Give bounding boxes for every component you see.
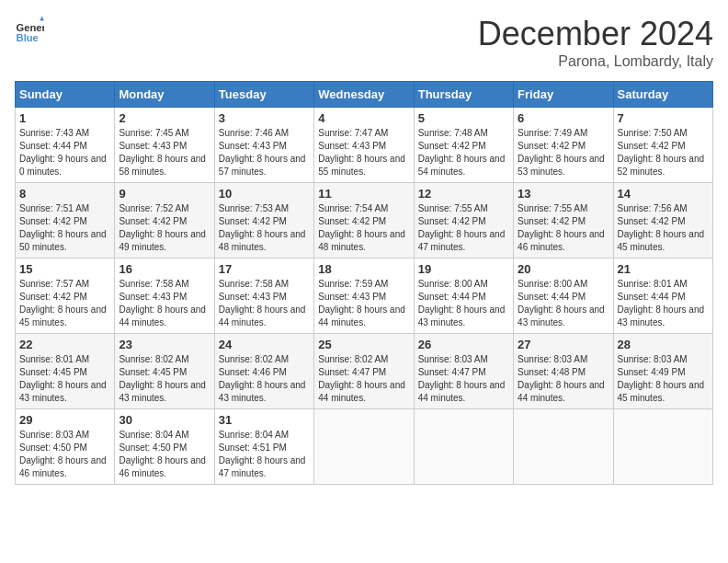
day-info: Sunrise: 8:03 AMSunset: 4:49 PMDaylight:… (618, 353, 709, 405)
day-cell: 16Sunrise: 7:58 AMSunset: 4:43 PMDayligh… (115, 259, 214, 334)
day-cell (613, 409, 712, 485)
day-info: Sunrise: 7:46 AMSunset: 4:43 PMDaylight:… (219, 127, 310, 178)
day-info: Sunrise: 7:56 AMSunset: 4:42 PMDaylight:… (618, 202, 709, 254)
day-cell: 8Sunrise: 7:51 AMSunset: 4:42 PMDaylight… (16, 183, 115, 259)
day-number: 31 (219, 413, 310, 427)
weekday-tuesday: Tuesday (214, 82, 313, 108)
day-number: 1 (19, 111, 110, 125)
title-area: December 2024 Parona, Lombardy, Italy (478, 15, 713, 70)
day-info: Sunrise: 7:58 AMSunset: 4:43 PMDaylight:… (219, 278, 310, 329)
day-cell: 14Sunrise: 7:56 AMSunset: 4:42 PMDayligh… (613, 183, 712, 259)
day-info: Sunrise: 7:54 AMSunset: 4:42 PMDaylight:… (318, 202, 409, 254)
day-number: 2 (119, 111, 210, 125)
week-row-2: 8Sunrise: 7:51 AMSunset: 4:42 PMDaylight… (16, 183, 713, 259)
day-cell: 22Sunrise: 8:01 AMSunset: 4:45 PMDayligh… (16, 334, 115, 409)
calendar-body: 1Sunrise: 7:43 AMSunset: 4:44 PMDaylight… (16, 108, 713, 485)
day-number: 21 (618, 262, 709, 276)
day-cell: 6Sunrise: 7:49 AMSunset: 4:42 PMDaylight… (514, 108, 613, 183)
day-number: 20 (518, 262, 609, 276)
weekday-friday: Friday (514, 82, 613, 108)
day-number: 29 (19, 413, 110, 427)
day-cell: 31Sunrise: 8:04 AMSunset: 4:51 PMDayligh… (214, 409, 313, 485)
day-info: Sunrise: 7:55 AMSunset: 4:42 PMDaylight:… (518, 202, 609, 254)
day-number: 7 (618, 111, 709, 125)
day-cell: 21Sunrise: 8:01 AMSunset: 4:44 PMDayligh… (613, 259, 712, 334)
day-info: Sunrise: 8:03 AMSunset: 4:50 PMDaylight:… (19, 429, 110, 480)
week-row-1: 1Sunrise: 7:43 AMSunset: 4:44 PMDaylight… (16, 108, 713, 183)
week-row-5: 29Sunrise: 8:03 AMSunset: 4:50 PMDayligh… (16, 409, 713, 485)
weekday-thursday: Thursday (414, 82, 513, 108)
day-cell: 9Sunrise: 7:52 AMSunset: 4:42 PMDaylight… (115, 183, 214, 259)
day-number: 4 (318, 111, 409, 125)
day-info: Sunrise: 8:02 AMSunset: 4:46 PMDaylight:… (219, 353, 310, 405)
day-number: 5 (418, 111, 509, 125)
weekday-monday: Monday (115, 82, 214, 108)
day-info: Sunrise: 7:51 AMSunset: 4:42 PMDaylight:… (19, 202, 110, 254)
day-info: Sunrise: 7:43 AMSunset: 4:44 PMDaylight:… (19, 127, 110, 178)
day-cell: 5Sunrise: 7:48 AMSunset: 4:42 PMDaylight… (414, 108, 513, 183)
day-cell: 27Sunrise: 8:03 AMSunset: 4:48 PMDayligh… (514, 334, 613, 409)
week-row-3: 15Sunrise: 7:57 AMSunset: 4:42 PMDayligh… (16, 259, 713, 334)
day-number: 6 (518, 111, 609, 125)
day-number: 19 (418, 262, 509, 276)
day-cell: 28Sunrise: 8:03 AMSunset: 4:49 PMDayligh… (613, 334, 712, 409)
day-info: Sunrise: 7:58 AMSunset: 4:43 PMDaylight:… (119, 278, 210, 329)
day-info: Sunrise: 8:02 AMSunset: 4:47 PMDaylight:… (318, 353, 409, 405)
day-info: Sunrise: 7:55 AMSunset: 4:42 PMDaylight:… (418, 202, 509, 254)
week-row-4: 22Sunrise: 8:01 AMSunset: 4:45 PMDayligh… (16, 334, 713, 409)
day-cell: 2Sunrise: 7:45 AMSunset: 4:43 PMDaylight… (115, 108, 214, 183)
day-number: 17 (219, 262, 310, 276)
day-info: Sunrise: 7:48 AMSunset: 4:42 PMDaylight:… (418, 127, 509, 178)
day-number: 18 (318, 262, 409, 276)
calendar-table: SundayMondayTuesdayWednesdayThursdayFrid… (15, 81, 713, 485)
day-info: Sunrise: 8:03 AMSunset: 4:47 PMDaylight:… (418, 353, 509, 405)
day-cell: 4Sunrise: 7:47 AMSunset: 4:43 PMDaylight… (314, 108, 414, 183)
day-cell: 24Sunrise: 8:02 AMSunset: 4:46 PMDayligh… (214, 334, 313, 409)
day-number: 9 (119, 187, 210, 201)
day-info: Sunrise: 8:00 AMSunset: 4:44 PMDaylight:… (418, 278, 509, 329)
calendar-title: December 2024 (478, 15, 713, 53)
day-number: 28 (618, 338, 709, 351)
weekday-sunday: Sunday (16, 82, 115, 108)
day-number: 25 (318, 338, 409, 351)
day-info: Sunrise: 7:52 AMSunset: 4:42 PMDaylight:… (119, 202, 210, 254)
day-cell: 25Sunrise: 8:02 AMSunset: 4:47 PMDayligh… (314, 334, 414, 409)
day-cell (314, 409, 414, 485)
day-cell: 23Sunrise: 8:02 AMSunset: 4:45 PMDayligh… (115, 334, 214, 409)
logo-icon: General Blue (15, 15, 44, 44)
day-cell: 30Sunrise: 8:04 AMSunset: 4:50 PMDayligh… (115, 409, 214, 485)
day-info: Sunrise: 8:00 AMSunset: 4:44 PMDaylight:… (518, 278, 609, 329)
day-cell: 7Sunrise: 7:50 AMSunset: 4:42 PMDaylight… (613, 108, 712, 183)
weekday-saturday: Saturday (613, 82, 712, 108)
day-number: 23 (119, 338, 210, 351)
day-info: Sunrise: 8:04 AMSunset: 4:50 PMDaylight:… (119, 429, 210, 480)
weekday-header-row: SundayMondayTuesdayWednesdayThursdayFrid… (16, 82, 713, 108)
day-number: 3 (219, 111, 310, 125)
day-cell: 13Sunrise: 7:55 AMSunset: 4:42 PMDayligh… (514, 183, 613, 259)
day-number: 13 (518, 187, 609, 201)
day-cell: 17Sunrise: 7:58 AMSunset: 4:43 PMDayligh… (214, 259, 313, 334)
day-info: Sunrise: 8:01 AMSunset: 4:44 PMDaylight:… (618, 278, 709, 329)
day-cell: 15Sunrise: 7:57 AMSunset: 4:42 PMDayligh… (16, 259, 115, 334)
header: General Blue December 2024 Parona, Lomba… (15, 15, 713, 70)
day-info: Sunrise: 7:57 AMSunset: 4:42 PMDaylight:… (19, 278, 110, 329)
day-cell: 26Sunrise: 8:03 AMSunset: 4:47 PMDayligh… (414, 334, 513, 409)
day-cell (514, 409, 613, 485)
day-cell (414, 409, 513, 485)
day-info: Sunrise: 8:03 AMSunset: 4:48 PMDaylight:… (518, 353, 609, 405)
day-number: 22 (19, 338, 110, 351)
day-info: Sunrise: 7:45 AMSunset: 4:43 PMDaylight:… (119, 127, 210, 178)
day-number: 12 (418, 187, 509, 201)
day-info: Sunrise: 7:47 AMSunset: 4:43 PMDaylight:… (318, 127, 409, 178)
day-number: 27 (518, 338, 609, 351)
calendar-subtitle: Parona, Lombardy, Italy (478, 53, 713, 70)
day-info: Sunrise: 7:59 AMSunset: 4:43 PMDaylight:… (318, 278, 409, 329)
day-info: Sunrise: 7:50 AMSunset: 4:42 PMDaylight:… (618, 127, 709, 178)
day-info: Sunrise: 8:01 AMSunset: 4:45 PMDaylight:… (19, 353, 110, 405)
day-number: 10 (219, 187, 310, 201)
day-cell: 1Sunrise: 7:43 AMSunset: 4:44 PMDaylight… (16, 108, 115, 183)
day-cell: 19Sunrise: 8:00 AMSunset: 4:44 PMDayligh… (414, 259, 513, 334)
day-cell: 20Sunrise: 8:00 AMSunset: 4:44 PMDayligh… (514, 259, 613, 334)
svg-marker-2 (40, 17, 44, 21)
day-number: 15 (19, 262, 110, 276)
